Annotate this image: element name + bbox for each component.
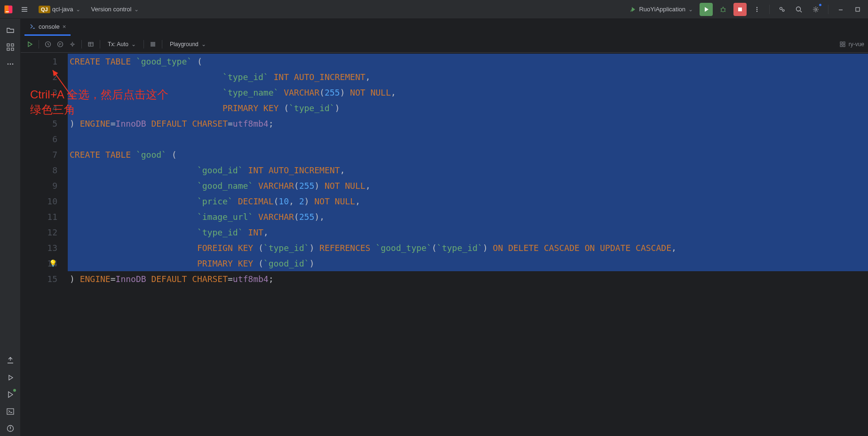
- svg-point-7: [757, 10, 757, 11]
- minimize-icon[interactable]: [834, 3, 847, 16]
- maximize-icon[interactable]: [851, 3, 864, 16]
- project-badge: QJ: [39, 6, 50, 13]
- svg-point-9: [782, 9, 784, 11]
- code-with-me-icon[interactable]: [775, 3, 788, 16]
- playground-selector[interactable]: Playground: [166, 39, 210, 49]
- svg-rect-13: [7, 44, 9, 46]
- editor-toolbar: P Tx: Auto Playground ry-vue: [21, 36, 868, 53]
- run-button[interactable]: [700, 3, 713, 16]
- svg-point-17: [7, 64, 8, 65]
- tab-close-icon[interactable]: ×: [63, 23, 66, 30]
- datasource-icon: [839, 41, 846, 48]
- tab-console[interactable]: console ×: [24, 19, 71, 36]
- svg-point-3: [721, 8, 725, 12]
- project-tool-icon[interactable]: [3, 23, 18, 38]
- svg-rect-29: [840, 45, 842, 47]
- terminal-tool-icon[interactable]: [3, 404, 18, 419]
- build-tool-icon[interactable]: [3, 353, 18, 368]
- svg-point-6: [757, 8, 757, 9]
- project-name: qcl-java: [52, 6, 73, 13]
- debug-button[interactable]: [717, 3, 730, 16]
- intellij-logo-icon: [4, 5, 13, 14]
- svg-rect-15: [7, 48, 9, 50]
- tab-label: console: [39, 23, 60, 30]
- gutter: 1234567891011121314💡15: [21, 53, 68, 436]
- execute-button[interactable]: [24, 39, 35, 49]
- structure-tool-icon[interactable]: [3, 40, 18, 55]
- svg-point-19: [12, 64, 13, 65]
- code-area[interactable]: CREATE TABLE `good_type` ( `type_id` INT…: [68, 53, 868, 436]
- more-actions-icon[interactable]: [750, 3, 764, 16]
- tx-mode-selector[interactable]: Tx: Auto: [104, 39, 140, 49]
- svg-point-10: [796, 7, 801, 11]
- run-config-icon: [629, 6, 637, 13]
- svg-rect-14: [11, 44, 14, 46]
- svg-text:P: P: [59, 42, 61, 47]
- services-tool-icon[interactable]: [3, 370, 18, 385]
- project-selector[interactable]: QJ qcl-java: [36, 4, 83, 15]
- stop-button[interactable]: [733, 3, 747, 16]
- run-config-selector[interactable]: RuoYiApplication: [627, 4, 696, 15]
- more-tools-icon[interactable]: [3, 57, 18, 72]
- titlebar: QJ qcl-java Version control RuoYiApplica…: [0, 0, 868, 19]
- main-area: console × P Tx: Auto: [21, 19, 868, 436]
- svg-rect-28: [843, 42, 845, 44]
- svg-rect-16: [11, 48, 14, 50]
- code-editor[interactable]: 1234567891011121314💡15 CREATE TABLE `goo…: [21, 53, 868, 436]
- editor-tabs: console ×: [21, 19, 868, 36]
- main-menu-icon[interactable]: [18, 3, 31, 16]
- svg-rect-4: [738, 8, 742, 11]
- svg-rect-27: [840, 42, 842, 44]
- svg-point-8: [780, 7, 782, 9]
- history-icon[interactable]: [43, 39, 53, 49]
- svg-rect-2: [6, 11, 9, 12]
- svg-point-18: [9, 64, 11, 65]
- svg-point-11: [815, 8, 817, 10]
- svg-rect-30: [843, 45, 845, 47]
- vcs-menu[interactable]: Version control: [88, 4, 142, 15]
- svg-rect-12: [856, 8, 860, 11]
- svg-point-5: [757, 7, 757, 8]
- settings-icon[interactable]: [809, 3, 822, 16]
- query-settings-icon[interactable]: [67, 39, 78, 49]
- console-tab-icon: [29, 23, 36, 30]
- svg-rect-26: [88, 42, 93, 46]
- svg-point-25: [72, 43, 73, 45]
- view-mode-icon[interactable]: [86, 39, 96, 49]
- left-tool-rail: [0, 19, 21, 436]
- run-tool-icon[interactable]: [3, 387, 18, 402]
- stop-query-icon[interactable]: [148, 39, 158, 49]
- search-icon[interactable]: [792, 3, 805, 16]
- problems-tool-icon[interactable]: [3, 421, 18, 436]
- datasource-label[interactable]: ry-vue: [849, 41, 864, 48]
- explain-plan-icon[interactable]: P: [55, 39, 65, 49]
